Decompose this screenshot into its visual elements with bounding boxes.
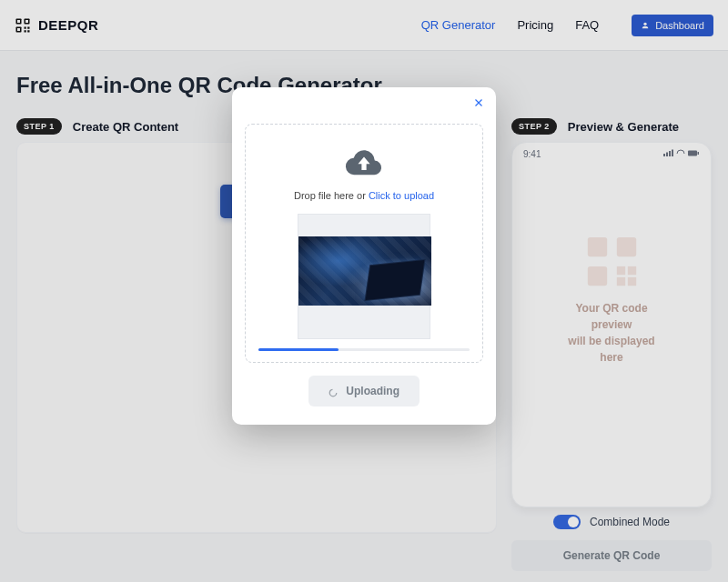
click-to-upload-link[interactable]: Click to upload <box>369 190 434 201</box>
dropzone-instruction: Drop file here or <box>294 190 369 201</box>
dropzone[interactable]: Drop file here or Click to upload <box>245 124 483 363</box>
upload-thumbnail <box>298 214 430 339</box>
cloud-upload-icon <box>345 146 383 179</box>
spinner-icon <box>329 387 338 396</box>
svg-point-26 <box>329 389 337 396</box>
uploading-label: Uploading <box>346 385 399 397</box>
upload-progress-bar <box>258 348 339 351</box>
uploading-button: Uploading <box>308 376 420 406</box>
upload-modal: Drop file here or Click to upload Upload… <box>232 87 496 425</box>
upload-progress <box>258 348 470 351</box>
modal-close-button[interactable] <box>472 96 485 112</box>
close-icon <box>472 97 485 112</box>
dropzone-text: Drop file here or Click to upload <box>258 190 470 201</box>
upload-thumbnail-image <box>298 236 431 306</box>
